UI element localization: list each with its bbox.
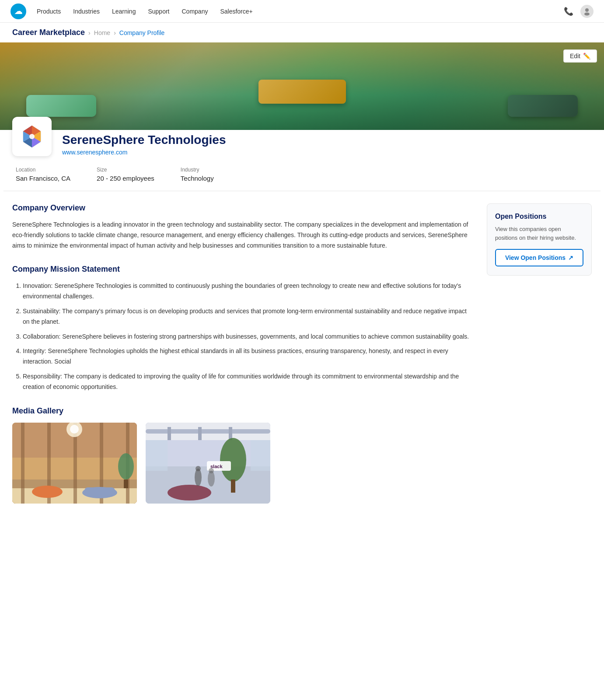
nav-links: Products Industries Learning Support Com… (37, 8, 564, 15)
svg-point-25 (118, 453, 134, 480)
nav-salesforce-plus[interactable]: Salesforce+ (220, 8, 252, 15)
svg-point-43 (209, 468, 214, 473)
salesforce-logo[interactable]: ☁ (10, 4, 26, 19)
info-industry: Industry Technology (181, 167, 214, 182)
svg-point-9 (29, 134, 35, 139)
company-url[interactable]: www.serenesphere.com (62, 149, 226, 156)
mission-item-4: Integrity: SereneSphere Technologies uph… (23, 346, 473, 367)
svg-rect-37 (170, 487, 209, 495)
view-positions-label: View Open Positions (505, 254, 566, 261)
media-gallery: slack (12, 423, 473, 504)
breadcrumb-separator-2: › (114, 29, 116, 36)
hero-couch-left (26, 95, 96, 117)
svg-point-1 (584, 12, 590, 15)
svg-rect-31 (168, 427, 171, 440)
nav-company[interactable]: Company (182, 8, 208, 15)
company-name: SereneSphere Technologies (62, 133, 226, 147)
svg-rect-44 (146, 440, 168, 471)
svg-point-24 (70, 425, 79, 434)
overview-body: SereneSphere Technologies is a leading i… (12, 220, 473, 251)
company-logo-wrapper (12, 117, 52, 156)
company-logo (19, 123, 45, 150)
mission-item-2: Sustainability: The company's primary fo… (23, 306, 473, 327)
profile-header: SereneSphere Technologies www.serenesphe… (0, 117, 604, 156)
svg-rect-22 (84, 487, 115, 494)
mission-title: Company Mission Statement (12, 265, 473, 274)
size-label: Size (97, 167, 154, 173)
mission-list: Innovation: SereneSphere Technologies is… (12, 281, 473, 392)
breadcrumb-home[interactable]: Home (94, 29, 110, 36)
open-positions-title: Open Positions (495, 213, 583, 220)
mission-item-5: Responsibility: The company is dedicated… (23, 371, 473, 392)
app-title: Career Marketplace (12, 28, 85, 37)
nav-right-actions: 📞 (564, 5, 594, 18)
open-positions-description: View this companies open positions on th… (495, 225, 583, 242)
industry-value: Technology (181, 175, 214, 182)
industry-label: Industry (181, 167, 214, 173)
nav-products[interactable]: Products (37, 8, 61, 15)
svg-point-41 (196, 466, 201, 471)
svg-text:slack: slack (210, 464, 223, 469)
hero-couch-center (258, 80, 346, 104)
content-left: Company Overview SereneSphere Technologi… (12, 203, 473, 504)
media-gallery-title: Media Gallery (12, 406, 473, 416)
size-value: 20 - 250 employees (97, 175, 154, 182)
svg-rect-28 (146, 466, 270, 504)
svg-rect-30 (146, 429, 270, 434)
open-positions-card: Open Positions View this companies open … (487, 203, 592, 276)
svg-rect-14 (21, 423, 24, 504)
nav-industries[interactable]: Industries (73, 8, 100, 15)
nav-support[interactable]: Support (148, 8, 169, 15)
info-size: Size 20 - 250 employees (97, 167, 154, 182)
svg-rect-32 (198, 427, 202, 440)
overview-title: Company Overview (12, 203, 473, 213)
media-thumbnail-2: slack (146, 423, 270, 504)
view-open-positions-button[interactable]: View Open Positions ↗ (495, 249, 583, 266)
mission-item-3: Collaboration: SereneSphere believes in … (23, 332, 473, 342)
user-avatar[interactable] (580, 5, 594, 18)
breadcrumb: Career Marketplace › Home › Company Prof… (0, 23, 604, 42)
company-name-block: SereneSphere Technologies www.serenesphe… (62, 117, 226, 156)
svg-point-0 (585, 8, 589, 12)
company-info-row: Location San Francisco, CA Size 20 - 250… (3, 156, 601, 191)
location-value: San Francisco, CA (16, 175, 70, 182)
location-label: Location (16, 167, 70, 173)
breadcrumb-current[interactable]: Company Profile (119, 29, 165, 36)
media-thumbnail-1 (12, 423, 137, 504)
main-content: Company Overview SereneSphere Technologi… (0, 191, 604, 516)
edit-button[interactable]: Edit ✏️ (563, 49, 597, 63)
edit-pencil-icon: ✏️ (583, 52, 590, 60)
phone-icon[interactable]: 📞 (564, 7, 573, 16)
svg-rect-26 (124, 480, 128, 488)
svg-rect-20 (34, 487, 60, 494)
edit-label: Edit (570, 52, 580, 60)
external-link-icon: ↗ (568, 254, 573, 261)
top-navigation: ☁ Products Industries Learning Support C… (0, 0, 604, 23)
breadcrumb-separator: › (88, 29, 91, 36)
svg-point-34 (220, 438, 246, 482)
svg-rect-45 (251, 440, 270, 471)
info-location: Location San Francisco, CA (16, 167, 70, 182)
nav-learning[interactable]: Learning (112, 8, 136, 15)
mission-item-1: Innovation: SereneSphere Technologies is… (23, 281, 473, 302)
hero-couch-right (508, 95, 578, 117)
svg-rect-35 (231, 480, 235, 493)
content-right: Open Positions View this companies open … (487, 203, 592, 276)
